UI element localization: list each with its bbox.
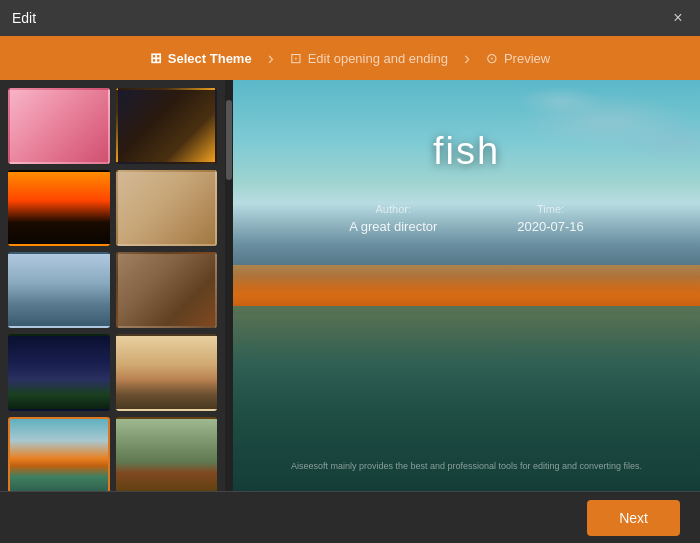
time-value: 2020-07-16 (517, 219, 584, 234)
time-label: Time: (517, 203, 584, 215)
preview-area: fish Author: A great director Time: 2020… (233, 80, 700, 491)
theme-thumb-4[interactable] (116, 170, 218, 246)
close-button[interactable]: × (668, 8, 688, 28)
slide-title: fish (433, 130, 500, 173)
theme-panel: ↓ ↓ (0, 80, 225, 491)
title-bar: Edit × (0, 0, 700, 36)
theme-thumb-1[interactable] (8, 88, 110, 164)
slide-time: Time: 2020-07-16 (517, 203, 584, 234)
theme-thumb-9[interactable] (8, 417, 110, 492)
preview-icon: ⊙ (486, 50, 498, 66)
step-edit-opening[interactable]: ⊡ Edit opening and ending (276, 50, 462, 66)
author-label: Author: (349, 203, 437, 215)
step-sep-2: › (464, 48, 470, 69)
slide-footer: Aiseesoft mainly provides the best and p… (233, 461, 700, 471)
author-value: A great director (349, 219, 437, 234)
theme-thumb-7[interactable] (8, 334, 110, 410)
scroll-thumb[interactable] (226, 100, 232, 180)
step-theme-label: Select Theme (168, 51, 252, 66)
step-preview[interactable]: ⊙ Preview (472, 50, 564, 66)
main-content: ↓ ↓ fish Author: A great director (0, 80, 700, 491)
step-select-theme[interactable]: ⊞ Select Theme (136, 50, 266, 66)
edit-icon: ⊡ (290, 50, 302, 66)
step-sep-1: › (268, 48, 274, 69)
theme-thumb-8[interactable] (116, 334, 218, 410)
slide-author: Author: A great director (349, 203, 437, 234)
slide-overlay: fish Author: A great director Time: 2020… (233, 80, 700, 491)
next-button[interactable]: Next (587, 500, 680, 536)
step-edit-label: Edit opening and ending (308, 51, 448, 66)
bottom-bar: Next (0, 491, 700, 543)
slide-meta: Author: A great director Time: 2020-07-1… (349, 203, 584, 234)
preview-slide: fish Author: A great director Time: 2020… (233, 80, 700, 491)
theme-thumb-3[interactable] (8, 170, 110, 246)
scrollbar[interactable] (225, 80, 233, 491)
theme-thumb-6[interactable] (116, 252, 218, 328)
theme-icon: ⊞ (150, 50, 162, 66)
theme-thumb-10[interactable] (116, 417, 218, 492)
theme-thumb-2[interactable] (116, 88, 218, 164)
window-title: Edit (12, 10, 36, 26)
theme-thumb-5[interactable] (8, 252, 110, 328)
step-preview-label: Preview (504, 51, 550, 66)
theme-grid: ↓ ↓ (8, 88, 217, 491)
step-bar: ⊞ Select Theme › ⊡ Edit opening and endi… (0, 36, 700, 80)
